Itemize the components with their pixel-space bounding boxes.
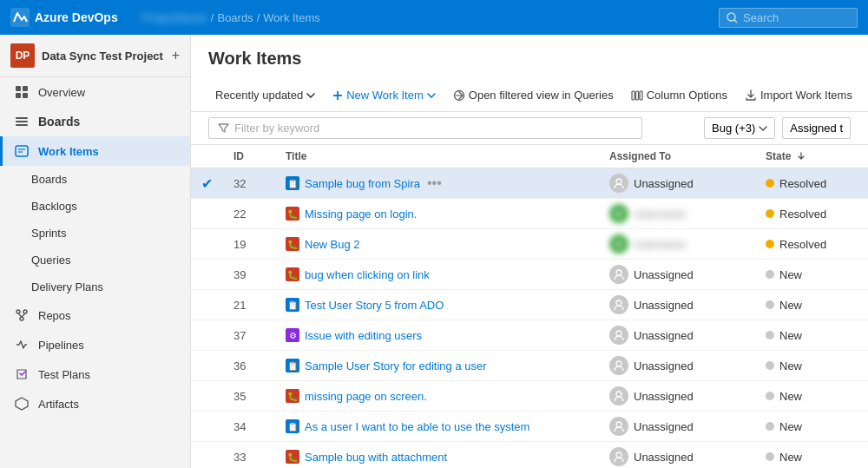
svg-rect-7 [16,117,28,119]
sidebar-item-boards-header[interactable]: Boards [0,107,190,136]
table-row[interactable]: 37 ⚙ Issue with editing users Unassigned… [191,320,868,351]
search-box[interactable]: Search [719,8,858,28]
work-item-link[interactable]: Sample bug from Spira [305,177,420,190]
work-item-link[interactable]: missing page on screen. [305,390,427,403]
sidebar-item-test-plans[interactable]: Test Plans [0,359,190,389]
row-id: 19 [223,229,275,260]
filter-view-icon [453,89,465,102]
work-item-link[interactable]: New Bug 2 [305,238,360,251]
sidebar-item-artifacts[interactable]: Artifacts [0,389,190,419]
bug-icon: 🐛 [286,237,299,251]
assigned-filter-badge[interactable]: Assigned t [782,117,851,139]
column-assigned-to[interactable]: Assigned To [599,145,755,168]
row-state: New [755,351,868,381]
table-row[interactable]: 33 🐛 Sample bug with attachment Unassign… [191,442,868,469]
table-row[interactable]: 39 🐛 bug when clicking on link Unassigne… [191,260,868,290]
assigned-name: Unassigned [634,177,694,190]
column-title[interactable]: Title [275,145,599,168]
row-title: 📋 Test User Story 5 from ADO [275,290,599,320]
app-logo[interactable]: Azure DevOps [10,8,118,27]
state-label: Resolved [779,238,826,251]
svg-rect-10 [16,146,28,156]
sidebar-item-queries[interactable]: Queries [0,247,190,274]
row-actions-menu[interactable]: ••• [427,175,442,191]
column-id[interactable]: ID [223,145,275,168]
sidebar-label-boards-header: Boards [38,115,80,129]
table-row[interactable]: 22 🐛 Missing page on login. U Username R… [191,199,868,229]
bug-icon: 🐛 [286,267,299,281]
bug-filter-badge[interactable]: Bug (+3) [704,117,775,139]
work-item-link[interactable]: Test User Story 5 from ADO [305,299,444,312]
sidebar-item-boards[interactable]: Boards [0,166,190,193]
work-item-link[interactable]: Missing page on login. [305,208,417,221]
chevron-down-icon-new [427,93,436,98]
sidebar-item-work-items[interactable]: Work Items [0,136,190,166]
avatar-unassigned [609,295,628,314]
filter-right: Bug (+3) Assigned t [704,117,851,139]
sidebar: DP Data Sync Test Project + Overview Boa… [0,35,191,468]
row-id: 22 [223,199,275,229]
row-assigned: Unassigned [599,412,755,442]
svg-point-31 [616,452,621,458]
svg-line-17 [22,313,25,317]
new-work-item-button[interactable]: New Work Item [326,84,443,106]
svg-rect-22 [635,91,638,100]
row-title: 🐛 Sample bug with attachment [275,442,599,469]
table-row[interactable]: 35 🐛 missing page on screen. Unassigned … [191,381,868,412]
pipelines-icon [14,337,30,353]
state-dot [766,240,774,248]
work-item-link[interactable]: As a user I want to be able to use the s… [305,420,529,433]
open-filtered-button[interactable]: Open filtered view in Queries [446,84,621,106]
row-check [191,381,223,412]
sort-icon [797,151,806,160]
svg-rect-8 [16,121,28,122]
table-row[interactable]: 21 📋 Test User Story 5 from ADO Unassign… [191,290,868,320]
svg-point-26 [616,300,621,306]
state-label: New [779,390,802,403]
import-work-items-button[interactable]: Import Work Items [738,84,859,106]
table-row[interactable]: 19 🐛 New Bug 2 U Username Resolved [191,229,868,260]
column-state[interactable]: State [755,145,868,168]
project-avatar: DP [10,43,35,68]
table-row[interactable]: ✔ 32 📋 Sample bug from Spira ••• Unassig… [191,168,868,199]
work-item-link[interactable]: Sample bug with attachment [305,451,447,464]
sidebar-item-pipelines[interactable]: Pipelines [0,330,190,359]
filter-bar: Filter by keyword Bug (+3) Assigned t [191,112,868,145]
state-label: New [779,268,802,281]
sidebar-item-overview[interactable]: Overview [0,77,190,107]
work-item-link[interactable]: Sample User Story for editing a user [305,359,487,372]
top-nav: Azure DevOps ProjectName / Boards / Work… [0,0,868,35]
bug-icon: 🐛 [286,207,299,221]
svg-rect-21 [632,91,635,100]
plus-icon [332,90,343,101]
filter-input[interactable]: Filter by keyword [208,117,642,139]
row-title: 🐛 New Bug 2 [275,229,599,260]
row-state: Resolved [755,229,868,260]
state-dot [766,179,774,188]
work-items-table: ID Title Assigned To State [191,145,868,468]
sidebar-item-repos[interactable]: Repos [0,300,190,330]
sidebar-item-backlogs[interactable]: Backlogs [0,193,190,220]
add-project-button[interactable]: + [172,48,180,63]
sidebar-item-delivery-plans[interactable]: Delivery Plans [0,274,190,300]
svg-point-25 [616,270,621,275]
sidebar-item-sprints[interactable]: Sprints [0,220,190,247]
column-options-button[interactable]: Column Options [624,84,734,106]
content-header: Work Items [191,35,868,79]
state-dot [766,209,774,218]
table-row[interactable]: 36 📋 Sample User Story for editing a use… [191,351,868,381]
table-row[interactable]: 34 📋 As a user I want to be able to use … [191,412,868,442]
work-item-link[interactable]: Issue with editing users [305,329,422,342]
row-title: 📋 As a user I want to be able to use the… [275,412,599,442]
work-item-link[interactable]: bug when clicking on link [305,268,430,281]
row-id: 35 [223,381,275,412]
state-dot [766,392,774,400]
row-assigned: U Username [599,199,755,229]
recently-updated-button[interactable]: Recently updated [208,84,322,106]
row-check [191,199,223,229]
bug-icon: 🐛 [286,389,299,403]
row-id: 39 [223,260,275,290]
sidebar-label-sprints: Sprints [31,227,66,240]
avatar-unassigned [609,265,628,284]
row-state: Resolved [755,199,868,229]
